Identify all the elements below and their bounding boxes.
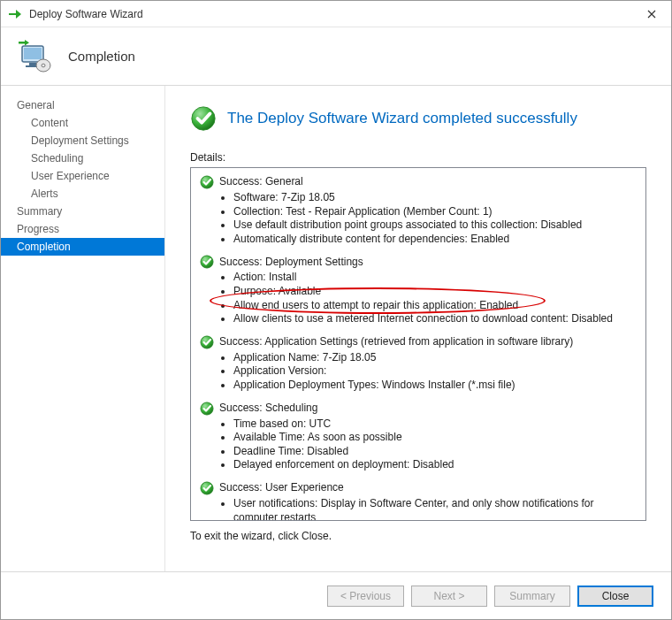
sidebar-item-scheduling[interactable]: Scheduling [1,149,164,167]
details-item: Allow end users to attempt to repair thi… [233,299,637,313]
sidebar-item-completion[interactable]: Completion [1,238,164,256]
success-check-icon [200,255,214,269]
wizard-footer: < Previous Next > Summary Close [1,571,671,619]
details-group-label: Success: Scheduling [219,402,317,416]
sidebar-item-alerts[interactable]: Alerts [1,185,164,203]
details-item: Delayed enforcement on deployment: Disab… [233,458,637,472]
exit-hint: To exit the wizard, click Close. [190,530,646,542]
details-group-items: Application Name: 7-Zip 18.05Application… [200,351,637,393]
details-item: Automatically distribute content for dep… [233,233,637,247]
details-item: Application Deployment Types: Windows In… [233,379,637,393]
svg-rect-7 [19,42,26,44]
sidebar-item-deployment-settings[interactable]: Deployment Settings [1,132,164,149]
details-item: Collection: Test - Repair Application (M… [233,205,637,219]
details-group-title: Success: General [200,175,637,189]
details-group-items: Time based on: UTCAvailable Time: As soo… [200,417,637,472]
success-check-icon [200,335,214,349]
window-close-button[interactable] [631,1,671,27]
success-check-icon [190,105,217,132]
details-item: Software: 7-Zip 18.05 [233,191,637,205]
success-headline: The Deploy Software Wizard completed suc… [227,110,577,127]
details-item: Allow clients to use a metered Internet … [233,312,637,326]
app-icon [8,7,22,21]
wizard-header: Completion [1,27,671,86]
details-item: Time based on: UTC [233,417,637,432]
svg-rect-3 [29,63,36,65]
details-group-items: Action: InstallPurpose: AvailableAllow e… [200,271,637,325]
success-check-icon [200,175,214,189]
details-group-title: Success: Deployment Settings [200,255,637,269]
details-group-label: Success: Deployment Settings [219,256,363,270]
summary-button[interactable]: Summary [494,586,570,607]
wizard-body: GeneralContentDeployment SettingsSchedul… [1,86,671,571]
titlebar: Deploy Software Wizard [1,1,671,27]
details-item: Action: Install [233,271,637,285]
details-box[interactable]: Success: GeneralSoftware: 7-Zip 18.05Col… [190,167,646,521]
close-icon [647,10,656,19]
details-label: Details: [190,151,646,164]
details-item: Deadline Time: Disabled [233,445,637,459]
svg-point-6 [42,64,45,67]
sidebar-item-summary[interactable]: Summary [1,203,164,220]
svg-rect-2 [24,48,42,59]
details-group-items: Software: 7-Zip 18.05Collection: Test - … [200,191,637,246]
details-group-items: User notifications: Display in Software … [200,497,637,521]
previous-button[interactable]: < Previous [327,586,404,607]
wizard-main: The Deploy Software Wizard completed suc… [165,86,671,571]
details-group-title: Success: Application Settings (retrieved… [200,335,637,349]
sidebar-item-content[interactable]: Content [1,114,164,132]
window-title: Deploy Software Wizard [29,8,631,20]
success-check-icon [200,481,214,495]
success-headline-row: The Deploy Software Wizard completed suc… [190,105,646,132]
details-item: Use default distribution point groups as… [233,218,637,233]
details-group-label: Success: User Experience [219,481,344,495]
sidebar-item-user-experience[interactable]: User Experience [1,167,164,185]
wizard-window: Deploy Software Wizard Complet [0,0,672,620]
details-group-title: Success: Scheduling [200,402,637,416]
close-button[interactable]: Close [577,586,653,607]
wizard-sidebar: GeneralContentDeployment SettingsSchedul… [1,86,165,571]
success-check-icon [200,402,214,416]
details-item: Application Version: [233,364,637,379]
details-item: User notifications: Display in Software … [233,497,637,521]
details-group-label: Success: Application Settings (retrieved… [219,335,573,349]
details-item: Application Name: 7-Zip 18.05 [233,351,637,365]
details-item: Purpose: Available [233,285,637,299]
sidebar-item-progress[interactable]: Progress [1,220,164,238]
sidebar-item-general[interactable]: General [1,96,164,114]
wizard-icon [17,39,52,74]
step-title: Completion [68,49,135,64]
details-group-title: Success: User Experience [200,481,637,495]
details-group-label: Success: General [219,175,303,189]
next-button[interactable]: Next > [411,586,487,607]
details-item: Available Time: As soon as possible [233,431,637,445]
